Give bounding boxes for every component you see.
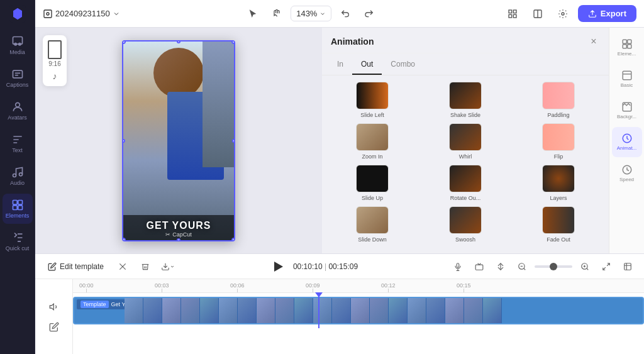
expand-button[interactable] (597, 258, 615, 275)
anim-item-slide-up[interactable]: Slide Up (328, 165, 416, 201)
timeline-right-controls (449, 258, 636, 275)
anim-item-fade-out[interactable]: Fade Out (514, 206, 602, 243)
sidebar-item-captions[interactable]: Captions (3, 63, 33, 93)
current-time: 00:10:10 | 00:15:09 (293, 262, 358, 271)
timeline-track[interactable]: Template Get Your Own Fashion 00:15:00 (73, 293, 644, 328)
main-area: 202409231150 143% (35, 0, 644, 354)
anim-item-whirl[interactable]: Whirl (421, 123, 509, 160)
export-button[interactable]: Export (578, 5, 636, 22)
right-icon-animation[interactable]: Animat... (612, 127, 642, 157)
video-logo: ✂CapCut (126, 231, 231, 238)
handle-top-right[interactable] (231, 40, 235, 44)
playback-controls: 00:10:10 | 00:15:09 (268, 257, 358, 277)
canvas-area[interactable]: 9:16 ♪ GET YOURS (35, 28, 322, 253)
anim-item-slide-left[interactable]: Slide Left (328, 82, 416, 118)
chevron-down-icon (319, 11, 326, 17)
download-button[interactable] (159, 258, 177, 275)
volume-button[interactable] (47, 299, 62, 314)
anim-item-zoom-in[interactable]: Zoom In (328, 123, 416, 160)
handle-right[interactable] (232, 139, 235, 143)
handle-bottom[interactable] (177, 238, 180, 241)
anim-item-rotate-out[interactable]: Rotate Ou... (421, 165, 509, 201)
edit-template-icon (48, 262, 57, 271)
ruler-mark-3: 00:09 (306, 282, 320, 292)
timeline-area: Edit template 00:10:10 | 00:15: (35, 253, 644, 354)
timeline-left-controls (35, 279, 73, 354)
anim-thumb-fade-out (542, 206, 575, 234)
grid-view-button[interactable] (502, 4, 523, 24)
svg-rect-34 (457, 263, 459, 267)
settings-button[interactable] (553, 4, 573, 24)
sidebar-item-text[interactable]: Text (3, 128, 33, 158)
sidebar-item-media[interactable]: Media (3, 30, 33, 60)
redo-button[interactable] (359, 4, 379, 24)
microphone-button[interactable] (449, 258, 467, 275)
right-icon-speed[interactable]: Speed (612, 158, 642, 189)
svg-rect-23 (623, 40, 626, 43)
anim-item-paddling[interactable]: Paddling (514, 82, 602, 118)
handle-bottom-right[interactable] (231, 238, 235, 241)
svg-rect-18 (509, 14, 512, 18)
anim-item-swoosh[interactable]: Swoosh (421, 206, 509, 243)
sidebar-item-quickcut[interactable]: Quick cut (3, 226, 33, 257)
svg-rect-26 (627, 45, 631, 48)
tab-combo[interactable]: Combo (382, 57, 424, 75)
camera-button[interactable] (470, 258, 488, 275)
svg-line-41 (587, 268, 589, 270)
tab-in[interactable]: In (328, 57, 352, 75)
right-icon-basic[interactable]: Basic (612, 64, 642, 94)
anim-thumb-zoom-in (356, 123, 389, 151)
playhead[interactable] (318, 293, 319, 328)
animation-icon (621, 133, 633, 144)
split-button[interactable] (492, 258, 509, 275)
edit-template-button[interactable]: Edit template (43, 260, 109, 274)
video-content: GET YOURS ✂CapCut (123, 41, 234, 240)
zoom-slider[interactable] (535, 265, 572, 268)
anim-item-layers[interactable]: Layers (514, 165, 602, 201)
anim-thumb-rotate-out (449, 165, 482, 192)
aspect-9-16[interactable]: 9:16 (48, 40, 62, 67)
right-icon-background[interactable]: Backgr... (612, 96, 642, 126)
anim-item-flip[interactable]: Flip (514, 123, 602, 160)
svg-rect-14 (44, 10, 52, 18)
anim-item-slide-down[interactable]: Slide Down (328, 206, 416, 243)
aspect-ratio-panel: 9:16 ♪ (43, 35, 67, 86)
close-button[interactable]: × (587, 35, 600, 48)
fullscreen-button[interactable] (619, 258, 636, 275)
ruler-mark-0: 00:00 (79, 282, 94, 292)
select-tool-button[interactable] (243, 4, 263, 24)
anim-item-shake-slide[interactable]: Shake Slide (421, 82, 509, 118)
topbar-center-tools: 143% (243, 4, 379, 24)
sidebar-item-avatars[interactable]: Avatars (3, 96, 33, 126)
svg-rect-27 (623, 71, 631, 80)
anim-thumb-slide-up (356, 165, 389, 192)
video-preview[interactable]: GET YOURS ✂CapCut (122, 40, 235, 241)
delete-button[interactable] (136, 258, 154, 275)
svg-rect-16 (509, 10, 512, 13)
play-icon (274, 262, 283, 272)
panels-button[interactable] (528, 4, 548, 24)
sidebar-item-elements[interactable]: Elements (3, 194, 33, 224)
ruler-mark-1: 00:03 (155, 282, 169, 292)
trim-button[interactable] (114, 258, 131, 275)
right-icon-elements[interactable]: Eleme... (612, 33, 642, 63)
content-area: 9:16 ♪ GET YOURS (35, 28, 644, 253)
zoom-control[interactable]: 143% (291, 6, 331, 21)
zoom-in-button[interactable] (576, 258, 594, 275)
tiktok-aspect[interactable]: ♪ (48, 71, 62, 81)
tab-out[interactable]: Out (352, 57, 382, 75)
play-button[interactable] (268, 257, 288, 277)
edit-clips-button[interactable] (47, 319, 62, 335)
hand-tool-button[interactable] (267, 4, 287, 24)
track-clip[interactable]: Template Get Your Own Fashion 00:15:00 (73, 297, 644, 324)
zoom-out-button[interactable] (513, 258, 531, 275)
anim-thumb-shake-slide (449, 82, 482, 109)
sidebar-item-audio[interactable]: Audio (3, 161, 33, 191)
ruler-mark-5: 00:15 (457, 282, 471, 292)
svg-rect-44 (625, 263, 631, 270)
svg-marker-45 (50, 304, 53, 309)
filename-button[interactable]: 202409231150 (43, 9, 120, 19)
timeline-content[interactable]: 00:00 00:03 00:06 00:09 (73, 279, 644, 354)
undo-button[interactable] (335, 4, 355, 24)
svg-rect-25 (623, 45, 626, 48)
